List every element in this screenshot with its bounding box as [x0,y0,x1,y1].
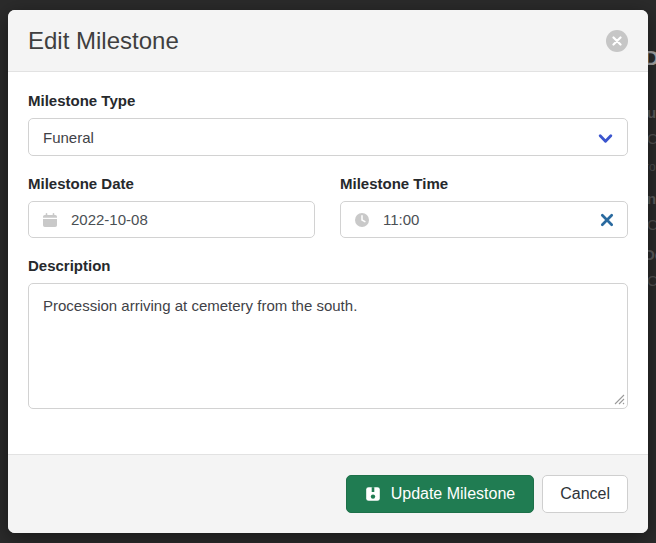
edit-milestone-modal: Edit Milestone Milestone Type Funeral [8,10,648,533]
milestone-type-field: Milestone Type Funeral [28,92,628,156]
clear-x-icon [600,215,614,230]
milestone-time-field: Milestone Time [340,175,628,238]
resize-grip-icon[interactable] [614,394,625,405]
backdrop-text-fragment: u [647,104,656,121]
milestone-time-input[interactable] [383,211,587,228]
milestone-type-label: Milestone Type [28,92,628,109]
update-milestone-label: Update Milestone [391,485,516,503]
milestone-type-select[interactable]: Funeral [28,118,628,156]
backdrop-text-fragment: n [647,190,656,207]
modal-header: Edit Milestone [8,10,648,72]
milestone-type-value: Funeral [43,129,94,146]
milestone-date-input-group [28,201,315,238]
description-textarea-wrap: Procession arriving at cemetery from the… [28,283,628,409]
backdrop-text-fragment: C [647,130,656,147]
close-icon [612,36,622,46]
chevron-down-icon [597,130,614,147]
milestone-time-input-group [340,201,628,238]
cancel-label: Cancel [560,485,610,503]
backdrop-text-fragment: C [647,216,656,233]
close-button[interactable] [606,30,628,52]
modal-body: Milestone Type Funeral Milestone Date [8,72,648,454]
update-milestone-button[interactable]: Update Milestone [346,475,535,513]
clear-time-button[interactable] [600,213,614,227]
backdrop-text-fragment: C [647,272,656,289]
milestone-time-label: Milestone Time [340,175,628,192]
clock-icon [354,212,370,228]
description-field: Description Procession arriving at cemet… [28,257,628,409]
milestone-date-input[interactable] [71,211,301,228]
modal-title: Edit Milestone [28,27,179,55]
calendar-icon [42,212,58,228]
description-label: Description [28,257,628,274]
screen: D u C ro n C De C Edit Milestone Milesto… [0,0,656,543]
milestone-date-label: Milestone Date [28,175,315,192]
date-time-row: Milestone Date Milestone Time [28,175,628,238]
cancel-button[interactable]: Cancel [542,475,628,513]
description-textarea[interactable]: Procession arriving at cemetery from the… [28,283,628,409]
modal-footer: Update Milestone Cancel [8,454,648,533]
save-icon [365,486,381,502]
milestone-date-field: Milestone Date [28,175,315,238]
